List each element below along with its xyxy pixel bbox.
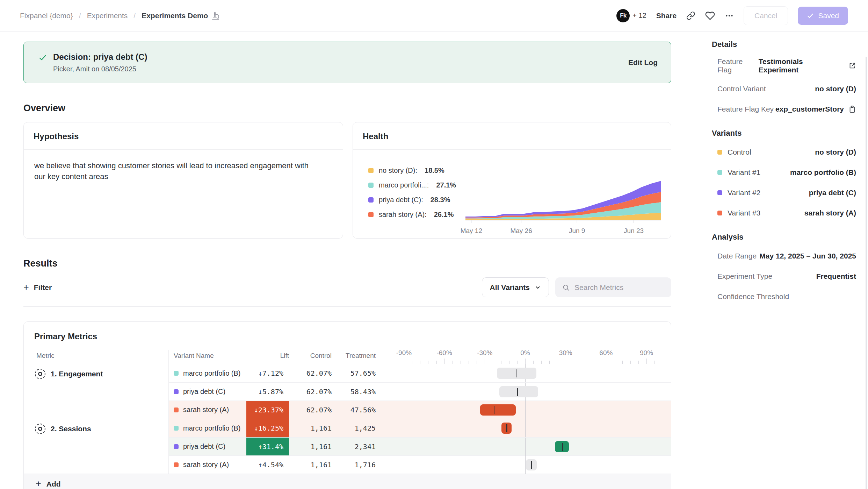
variants-heading: Variants	[712, 129, 856, 138]
share-button[interactable]: Share	[656, 12, 677, 20]
copy-clipboard-icon[interactable]	[848, 105, 856, 113]
health-card: Health no story (D): 18.5% marco portfol…	[353, 122, 671, 239]
legend-value: 26.1%	[434, 211, 454, 219]
collaborators-count: + 12	[632, 12, 646, 20]
variant-name: priya debt (C)	[183, 388, 225, 396]
legend-swatch	[368, 183, 374, 188]
variant-name: sarah story (A)	[183, 461, 229, 469]
health-x-axis-labels: May 12May 26Jun 9Jun 23	[465, 227, 661, 235]
check-icon	[807, 12, 814, 19]
table-header: Metric Variant Name Lift Control Treatme…	[24, 350, 671, 364]
legend-item: marco portfoli...: 27.1%	[368, 181, 456, 189]
variant-result-row[interactable]: sarah story (A)↑4.54%1,1611,716	[169, 455, 671, 474]
lift-value: ↓23.37%	[246, 401, 289, 419]
health-stacked-area-chart	[465, 178, 661, 224]
column-header-lift: Lift	[246, 350, 289, 364]
treatment-value: 47.56%	[332, 406, 376, 414]
breadcrumb-separator: /	[79, 12, 81, 20]
legend-label: sarah story (A):	[379, 211, 427, 219]
plus-icon: +	[36, 479, 41, 489]
breadcrumb-separator: /	[133, 12, 136, 20]
lift-value: ↓5.87%	[246, 383, 289, 401]
variant-name: marco portfolio (B)	[183, 369, 241, 377]
metric-cell[interactable]: 2. Sessions	[24, 419, 169, 474]
variant-value: sarah story (A)	[804, 209, 856, 217]
zero-line	[525, 419, 526, 437]
confidence-interval-cell	[388, 419, 671, 437]
external-link-icon[interactable]	[848, 62, 856, 70]
favorite-heart-icon[interactable]	[705, 11, 715, 21]
top-bar: Fixpanel {demo} / Experiments / Experime…	[0, 0, 868, 31]
breadcrumb-project[interactable]: Fixpanel {demo}	[20, 12, 73, 20]
overview-heading: Overview	[23, 103, 671, 114]
variant-swatch	[174, 426, 179, 431]
control-value: 62.07%	[289, 388, 332, 396]
saved-button-label: Saved	[818, 12, 839, 20]
variant-result-row[interactable]: marco portfolio (B)↓16.25%1,1611,425	[169, 419, 671, 437]
edit-log-button[interactable]: Edit Log	[628, 58, 658, 67]
results-heading: Results	[23, 258, 671, 269]
search-metrics-box[interactable]	[555, 277, 671, 297]
feature-flag-row: Feature Flag Testimonials Experiment	[712, 57, 856, 74]
treatment-value: 1,425	[332, 424, 376, 432]
variant-result-row[interactable]: priya debt (C)↑31.4%1,1612,341	[169, 437, 671, 455]
legend-value: 27.1%	[436, 181, 456, 189]
health-legend: no story (D): 18.5% marco portfoli...: 2…	[368, 166, 456, 219]
variants-dropdown[interactable]: All Variants	[482, 277, 549, 297]
feature-flag-value[interactable]: Testimonials Experiment	[759, 57, 844, 74]
feature-flag-key-row: Feature Flag Key exp_customerStory	[712, 103, 856, 115]
cancel-button[interactable]: Cancel	[744, 6, 788, 25]
copy-link-icon[interactable]	[686, 11, 695, 20]
saved-button[interactable]: Saved	[798, 7, 848, 25]
search-metrics-input[interactable]	[574, 283, 664, 292]
experiment-type-label: Experiment Type	[712, 272, 772, 281]
variant-row: Variant #3 sarah story (A)	[712, 207, 856, 219]
breadcrumb-experiments[interactable]: Experiments	[87, 12, 128, 20]
lift-scale-label: -60%	[436, 349, 452, 357]
experiment-type-value: Frequentist	[816, 272, 856, 281]
more-options-icon[interactable]	[725, 11, 734, 20]
page-title: Experiments Demo	[142, 12, 208, 20]
confidence-interval-cell	[388, 383, 671, 401]
confidence-interval-bar	[480, 404, 516, 416]
variant-swatch	[717, 190, 722, 195]
plus-icon: +	[23, 283, 29, 292]
search-icon	[562, 283, 570, 292]
variant-result-row[interactable]: sarah story (A)↓23.37%62.07%47.56%	[169, 401, 671, 419]
hypothesis-card: Hypothesis we believe that showing custo…	[23, 122, 343, 239]
control-value: 62.07%	[289, 369, 332, 377]
control-value: 1,161	[289, 442, 332, 451]
legend-item: priya debt (C): 28.3%	[368, 196, 456, 204]
lift-scale-label: 60%	[599, 349, 613, 357]
treatment-value: 57.65%	[332, 369, 376, 377]
control-variant-value: no story (D)	[815, 85, 856, 93]
date-range-label: Date Range	[712, 252, 757, 260]
variant-value: marco portfolio (B)	[790, 168, 856, 177]
primary-metrics-title: Primary Metrics	[24, 322, 671, 350]
chevron-down-icon	[535, 284, 541, 291]
metric-cell[interactable]: 1. Engagement	[24, 364, 169, 419]
confidence-interval-cell	[388, 456, 671, 474]
variant-value: priya debt (C)	[809, 189, 856, 197]
add-metric-button[interactable]: + Add	[24, 474, 671, 489]
analysis-section: Analysis Date Range May 12, 2025 – Jun 3…	[712, 233, 856, 302]
lift-scale-ruler: -90%-60%-30%0%30%60%90%	[388, 350, 671, 364]
confidence-threshold-label: Confidence Threshold	[712, 292, 789, 301]
experiments-page: Fixpanel {demo} / Experiments / Experime…	[0, 0, 868, 489]
variant-result-row[interactable]: marco portfolio (B)↓7.12%62.07%57.65%	[169, 364, 671, 382]
legend-item: sarah story (A): 26.1%	[368, 211, 456, 219]
collaborators[interactable]: Fk + 12	[616, 9, 646, 22]
avatar[interactable]: Fk	[616, 9, 630, 22]
lift-point-marker	[531, 461, 532, 469]
hypothesis-card-title: Hypothesis	[24, 122, 343, 150]
results-toolbar: + Filter All Variants	[23, 277, 671, 297]
lift-scale-label: 0%	[520, 349, 530, 357]
scrollbar[interactable]	[866, 57, 867, 489]
add-filter-button[interactable]: + Filter	[23, 283, 52, 292]
variant-swatch	[717, 211, 722, 215]
variant-result-row[interactable]: priya debt (C)↓5.87%62.07%58.43%	[169, 382, 671, 401]
variant-swatch	[717, 150, 722, 155]
x-axis-label: May 26	[510, 227, 532, 235]
variant-label: Control	[728, 148, 751, 156]
metric-goal-icon	[35, 369, 45, 379]
